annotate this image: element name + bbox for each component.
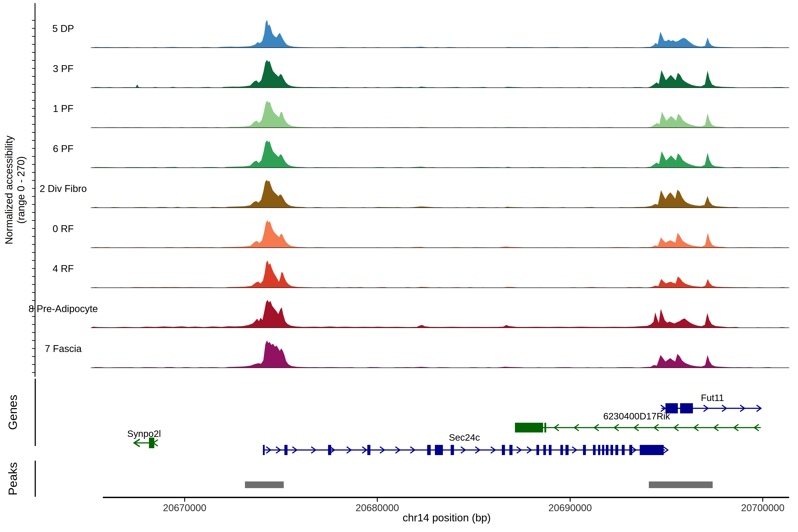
coverage-track: 8 Pre-Adipocyte (28, 300, 789, 328)
coverage-area (91, 180, 789, 208)
coverage-area (91, 220, 789, 248)
y-axis-label-line1: Normalized accessibility (3, 136, 15, 245)
track-label: 0 RF (53, 223, 74, 234)
gene-exon (545, 423, 546, 433)
genome-axis-tick-label: 20670000 (163, 502, 206, 513)
gene-exon (515, 423, 543, 433)
peaks-track (245, 481, 712, 488)
gene-exon (566, 445, 569, 455)
genome-axis-tick-label: 20700000 (741, 502, 784, 513)
gene-exon (583, 445, 586, 455)
coverage-track: 3 PF (53, 60, 789, 88)
coverage-area (91, 101, 789, 128)
coverage-area (91, 300, 789, 328)
gene-exon (598, 445, 600, 455)
gene-exon (367, 445, 370, 455)
gene-exon (284, 445, 287, 455)
track-label: 4 RF (53, 263, 74, 274)
track-label: 7 Fascia (45, 343, 82, 354)
gene-model-synpo2l: Synpo2l (127, 429, 161, 448)
gene-model-6230400d17rik: 6230400D17Rik (515, 411, 761, 433)
gene-exon (328, 445, 331, 455)
coverage-track: 1 PF (53, 101, 789, 128)
track-label: 3 PF (53, 63, 74, 74)
accessibility-axis (32, 3, 35, 377)
peak-region-bar (649, 481, 712, 488)
coverage-area (91, 260, 789, 288)
gene-label: Sec24c (449, 432, 480, 443)
gene-label: Synpo2l (127, 429, 161, 439)
track-label: 2 Div Fibro (40, 183, 87, 194)
coverage-track: 6 PF (53, 140, 789, 168)
genome-position-axis: 20670000206800002069000020700000 (103, 497, 789, 513)
genes-section-label: Genes (6, 395, 19, 430)
x-axis-title: chr14 position (bp) (402, 512, 491, 524)
gene-exon (602, 445, 604, 455)
coverage-tracks: 5 DP3 PF1 PF6 PF2 Div Fibro0 RF4 RF8 Pre… (28, 20, 789, 368)
gene-model-sec24c: Sec24c (263, 432, 668, 455)
coverage-area (91, 140, 789, 168)
gene-exon (615, 445, 618, 455)
coverage-track: 2 Div Fibro (40, 180, 789, 208)
genome-browser-figure: Normalized accessibility (range 0 - 270)… (0, 0, 798, 532)
gene-exon (560, 445, 563, 455)
peak-region-bar (245, 481, 284, 488)
gene-exon (629, 445, 632, 455)
coverage-area (91, 20, 789, 48)
figure-root: Normalized accessibility (range 0 - 270)… (0, 0, 798, 532)
peaks-section-label: Peaks (6, 462, 19, 495)
coverage-area (91, 60, 789, 88)
gene-exon (536, 445, 539, 455)
gene-label: 6230400D17Rik (603, 411, 670, 421)
gene-exon (680, 403, 693, 413)
gene-exon (263, 445, 265, 455)
coverage-area (91, 340, 789, 368)
gene-exon (435, 445, 443, 455)
gene-exon (543, 445, 546, 455)
gene-exon (593, 445, 596, 455)
gene-exon (610, 445, 613, 455)
track-label: 6 PF (53, 143, 74, 154)
y-axis-label-line2: (range 0 - 270) (15, 156, 26, 224)
gene-exon (606, 445, 608, 455)
gene-exon (149, 438, 154, 448)
gene-exon (509, 445, 513, 455)
gene-model-fut11: Fut11 (661, 393, 761, 413)
coverage-track: 5 DP (52, 20, 789, 48)
gene-exon (549, 445, 551, 455)
gene-label: Fut11 (701, 393, 724, 403)
coverage-track: 4 RF (53, 260, 789, 288)
gene-exon (622, 445, 625, 455)
track-label: 8 Pre-Adipocyte (28, 303, 98, 314)
gene-exon (502, 445, 505, 455)
track-label: 5 DP (52, 23, 74, 34)
gene-exon (427, 445, 431, 455)
genome-axis-tick-label: 20680000 (356, 502, 399, 513)
coverage-track: 7 Fascia (45, 340, 789, 368)
gene-exon (640, 445, 664, 455)
track-label: 1 PF (53, 103, 74, 114)
gene-exon (451, 445, 454, 455)
genome-axis-tick-label: 20690000 (548, 502, 592, 513)
genes-track: Synpo2lFut116230400D17RikSec24c (127, 393, 761, 455)
coverage-track: 0 RF (53, 220, 789, 248)
